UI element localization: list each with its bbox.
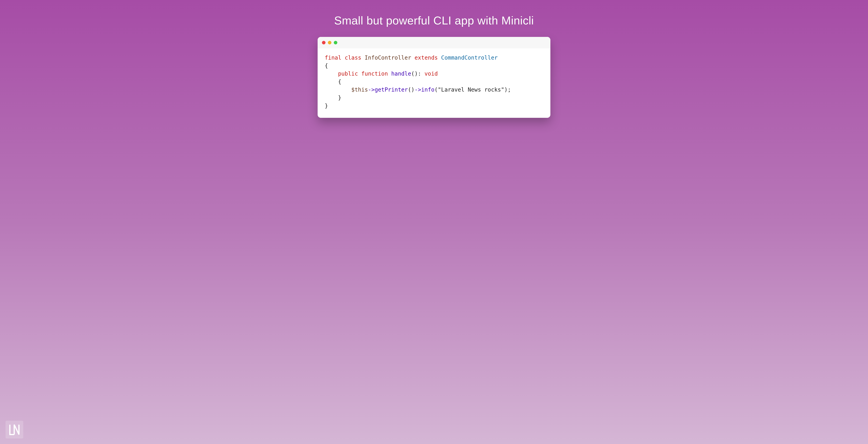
keyword-function: function [361, 70, 388, 77]
minimize-icon[interactable] [328, 41, 332, 45]
close-icon[interactable] [322, 41, 326, 45]
colon: : [418, 70, 421, 77]
keyword-extends: extends [414, 55, 438, 61]
call-info: info [421, 86, 434, 93]
brace-close: } [325, 102, 328, 109]
method-parens: () [411, 70, 418, 77]
this-var: $this [351, 86, 368, 93]
paren-close: ) [504, 86, 507, 93]
page-title: Small but powerful CLI app with Minicli [0, 0, 868, 27]
window-titlebar [318, 37, 550, 48]
call-getprinter: getPrinter [375, 86, 408, 93]
maximize-icon[interactable] [334, 41, 337, 45]
inner-brace-close: } [338, 94, 341, 101]
code-block: final class InfoController extends Comma… [318, 48, 550, 118]
string-literal: "Laravel News rocks" [438, 86, 504, 93]
paren-empty: () [408, 86, 414, 93]
laravel-news-logo-icon [5, 421, 23, 439]
return-type: void [425, 70, 438, 77]
arrow-op-2: -> [414, 86, 421, 93]
arrow-op: -> [368, 86, 375, 93]
keyword-class: class [345, 55, 361, 61]
semicolon: ; [507, 86, 511, 93]
keyword-final: final [325, 55, 341, 61]
paren-open: ( [434, 86, 438, 93]
keyword-public: public [338, 70, 358, 77]
class-name: InfoController [365, 55, 411, 61]
inner-brace-open: { [338, 79, 341, 85]
superclass-name: CommandController [441, 55, 498, 61]
code-window: final class InfoController extends Comma… [318, 37, 550, 118]
method-name: handle [391, 70, 411, 77]
brace-open: { [325, 63, 328, 69]
